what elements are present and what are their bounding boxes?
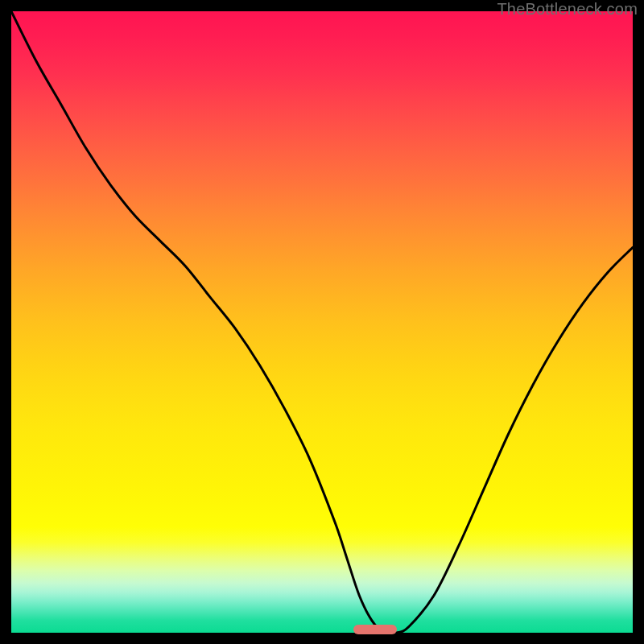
watermark-text: TheBottleneck.com bbox=[497, 0, 638, 19]
plot-area bbox=[11, 11, 633, 633]
plot-frame bbox=[11, 11, 633, 633]
bottleneck-curve bbox=[11, 11, 633, 633]
optimal-marker bbox=[353, 625, 397, 634]
